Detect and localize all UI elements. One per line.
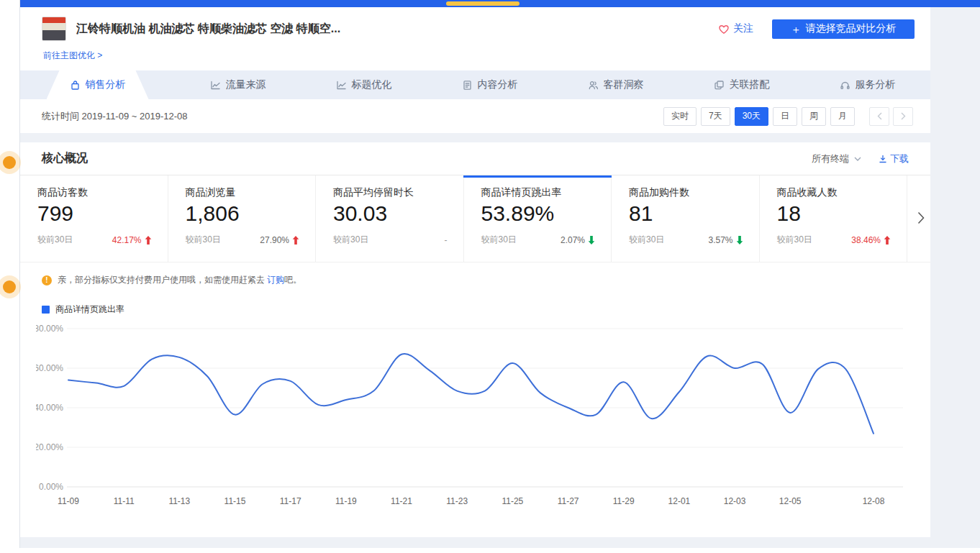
compare-product-button[interactable]: ＋ 请选择竞品对比分析: [772, 19, 915, 39]
tab-title-optimize[interactable]: 标题优化: [327, 70, 401, 99]
tab-customer-insight[interactable]: 客群洞察: [579, 70, 653, 99]
metric-label: 商品加购件数: [629, 186, 745, 199]
tab-label: 流量来源: [226, 78, 266, 91]
metric-cards-row: 商品访客数799较前30日42.17%商品浏览量1,806较前30日27.90%…: [20, 175, 930, 262]
core-overview-panel: 核心概况 所有终端 下载: [20, 142, 930, 537]
arrow-up-icon: [145, 236, 152, 244]
metric-card-5[interactable]: 商品加购件数81较前30日3.57%: [612, 175, 760, 262]
svg-text:11-19: 11-19: [335, 496, 357, 506]
tab-label: 销售分析: [86, 78, 126, 91]
range-button-month[interactable]: 月: [830, 107, 855, 126]
metric-value: 18: [777, 201, 893, 226]
main-image-optimize-link[interactable]: 前往主图优化 >: [43, 50, 102, 62]
metric-card-3[interactable]: 商品平均停留时长30.03较前30日-: [316, 175, 464, 262]
compare-label: 较前30日: [333, 234, 368, 246]
subscribe-link[interactable]: 订购: [267, 275, 284, 285]
bottom-strip: [0, 548, 980, 553]
plus-icon: ＋: [791, 24, 802, 35]
line-chart-svg: 80.00%60.00%40.00%20.00%0.00%11-0911-111…: [36, 321, 903, 510]
tab-traffic-source[interactable]: 流量来源: [201, 70, 275, 99]
compare-label: 较前30日: [37, 234, 73, 246]
svg-text:11-23: 11-23: [446, 496, 468, 506]
tab-label: 内容分析: [478, 78, 518, 91]
metric-label: 商品访客数: [37, 186, 153, 199]
download-label: 下载: [890, 152, 909, 165]
main-content: 江铃特顺机油 机油滤芯 特顺柴油滤芯 空滤 特顺空... 关注 ＋ 请选择竞品对…: [20, 7, 930, 537]
product-thumbnail[interactable]: [42, 17, 66, 41]
analysis-tab-bar: 销售分析流量来源标题优化内容分析客群洞察关联搭配服务分析: [20, 70, 930, 99]
chart-line: [68, 354, 874, 434]
next-period-button[interactable]: [893, 107, 913, 126]
svg-text:80.00%: 80.00%: [36, 324, 63, 334]
metric-value: 1,806: [186, 201, 301, 226]
follow-label: 关注: [733, 22, 753, 35]
compare-label: 较前30日: [777, 234, 812, 246]
tab-label: 关联搭配: [730, 78, 770, 91]
arrow-up-icon: [292, 236, 299, 244]
warning-icon: !: [42, 275, 52, 285]
app-screen: 江铃特顺机油 机油滤芯 特顺柴油滤芯 空滤 特顺空... 关注 ＋ 请选择竞品对…: [0, 0, 980, 553]
metric-label: 商品平均停留时长: [333, 186, 449, 199]
doc-icon: [462, 80, 473, 91]
legend-swatch-icon: [42, 306, 50, 314]
annotation-dot-icon: [3, 156, 16, 169]
terminal-filter-dropdown[interactable]: 所有终端: [812, 152, 861, 165]
stat-time-label: 统计时间 2019-11-09 ~ 2019-12-08: [42, 110, 187, 123]
svg-text:40.00%: 40.00%: [36, 403, 63, 413]
svg-text:11-11: 11-11: [114, 496, 135, 506]
download-icon: [879, 155, 887, 163]
svg-text:11-29: 11-29: [613, 496, 635, 506]
date-filter-row: 统计时间 2019-11-09 ~ 2019-12-08 实时7天30天日周月: [20, 99, 930, 133]
left-rail: [0, 0, 20, 553]
tab-label: 客群洞察: [604, 78, 644, 91]
range-button-week[interactable]: 周: [802, 107, 826, 126]
metric-card-4[interactable]: 商品详情页跳出率53.89%较前30日2.07%: [464, 175, 612, 262]
tab-related-match[interactable]: 关联搭配: [705, 70, 779, 99]
arrow-down-icon: [588, 236, 595, 244]
metric-compare-row: 较前30日2.07%: [481, 234, 597, 246]
metric-card-2[interactable]: 商品浏览量1,806较前30日27.90%: [168, 175, 317, 262]
svg-text:11-13: 11-13: [168, 496, 190, 506]
chart-icon: [336, 80, 347, 91]
chart-legend[interactable]: 商品详情页跳出率: [20, 286, 930, 316]
svg-text:11-25: 11-25: [502, 496, 523, 506]
cards-scroll-next-button[interactable]: [915, 209, 927, 229]
chevron-down-icon: [854, 157, 861, 161]
shop-icon: [70, 80, 81, 91]
tab-service-analysis[interactable]: 服务分析: [831, 70, 904, 99]
notice-text: 亲，部分指标仅支持付费用户使用哦，如需使用赶紧去 订购吧。: [58, 274, 301, 286]
range-button-realtime[interactable]: 实时: [663, 107, 697, 126]
svg-text:20.00%: 20.00%: [36, 442, 63, 452]
annotation-dot-icon: [3, 280, 16, 293]
prev-period-button[interactable]: [869, 107, 889, 126]
metric-card-1[interactable]: 商品访客数799较前30日42.17%: [20, 175, 168, 262]
svg-text:12-05: 12-05: [779, 496, 802, 506]
arrow-down-icon: [736, 236, 743, 244]
metric-compare-row: 较前30日-: [333, 234, 449, 246]
svg-text:12-03: 12-03: [724, 496, 746, 506]
range-button-7d[interactable]: 7天: [701, 107, 730, 126]
chevron-right-icon: [901, 112, 906, 120]
svg-text:0.00%: 0.00%: [39, 482, 63, 492]
tab-sales-analysis[interactable]: 销售分析: [47, 70, 149, 99]
metric-card-6[interactable]: 商品收藏人数18较前30日38.46%: [760, 175, 908, 262]
metric-compare-row: 较前30日27.90%: [186, 234, 301, 246]
range-button-day[interactable]: 日: [773, 107, 797, 126]
heart-icon: [718, 24, 730, 35]
tab-content-analysis[interactable]: 内容分析: [453, 70, 527, 99]
legend-label: 商品详情页跳出率: [55, 303, 124, 316]
follow-button[interactable]: 关注: [718, 22, 753, 35]
people-icon: [588, 80, 599, 91]
section-title: 核心概况: [42, 151, 88, 166]
range-button-30d[interactable]: 30天: [735, 107, 768, 126]
tab-label: 标题优化: [352, 78, 392, 91]
svg-text:12-08: 12-08: [863, 496, 885, 506]
metric-value: 53.89%: [481, 201, 597, 226]
svg-text:60.00%: 60.00%: [36, 363, 63, 373]
metric-change: 38.46%: [851, 235, 891, 245]
download-button[interactable]: 下载: [879, 152, 909, 165]
headset-icon: [840, 80, 850, 91]
bounce-rate-line-chart: 80.00%60.00%40.00%20.00%0.00%11-0911-111…: [20, 316, 930, 513]
metric-label: 商品浏览量: [186, 186, 301, 199]
compare-label: 较前30日: [629, 234, 664, 246]
